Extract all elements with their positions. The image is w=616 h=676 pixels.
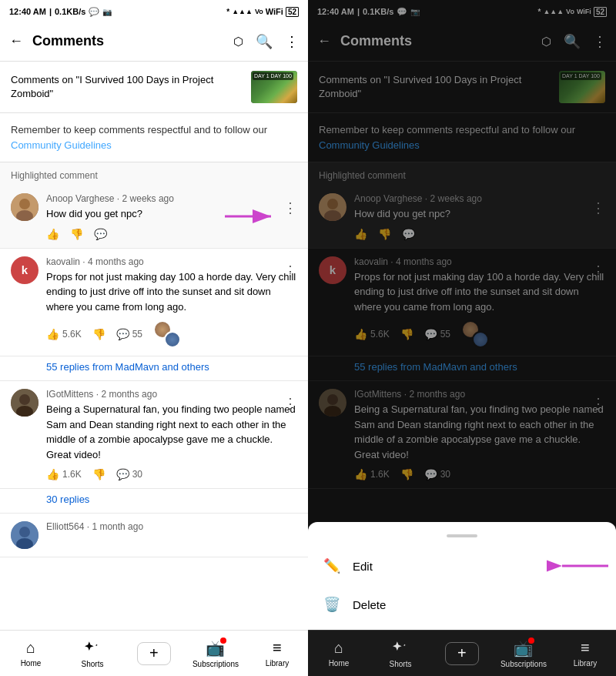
replies-kaovalin-left[interactable]: 55 replies from MadMavn and others: [0, 356, 308, 381]
video-header-left: Comments on "I Survived 100 Days in Proj…: [0, 62, 308, 113]
av2-kaovalin-left: [164, 331, 181, 348]
day-label-left: DAY 1 DAY 100: [253, 72, 293, 80]
comment-meta-kaovalin-left: kaovalin · 4 months ago: [46, 256, 297, 267]
like-btn-kaovalin-left[interactable]: 👍5.6K: [46, 328, 82, 340]
edit-icon: ✏️: [323, 557, 340, 574]
replies-igot-left[interactable]: 30 replies: [0, 489, 308, 514]
time-anoop-left: 2 weeks ago: [122, 193, 174, 204]
like-btn-igot-left[interactable]: 👍1.6K: [46, 468, 82, 480]
library-label-left: Library: [266, 659, 290, 668]
nav-home-right[interactable]: ⌂ Home: [316, 639, 362, 668]
wifi-icon: WiFi: [266, 7, 283, 16]
nav-add-right[interactable]: +: [439, 642, 485, 665]
author-igot-left: IGotMittens: [46, 389, 93, 400]
svg-point-1: [19, 199, 30, 209]
thumb-inner-left: DAY 1 DAY 100: [251, 71, 297, 103]
time-elliott-left: 1 month ago: [92, 521, 143, 532]
shorts-icon-left: [85, 639, 100, 658]
subscriptions-dot-right: [528, 638, 534, 644]
vowifi-icon: Vo: [255, 8, 263, 15]
context-menu-edit[interactable]: ✏️ Edit: [308, 547, 616, 585]
nav-subscriptions-right[interactable]: 📺 Subscriptions: [500, 639, 547, 668]
battery-icon: 52: [286, 7, 299, 17]
data-speed-val-left: 0.1KB/s: [55, 7, 85, 16]
home-label-right: Home: [329, 659, 350, 668]
status-bar-left: 12:40 AM | 0.1KB/s 💬 📷 * ▲▲▲ Vo WiFi 52: [0, 0, 308, 22]
like-btn-anoop-left[interactable]: 👍: [46, 228, 59, 240]
comment-anoop-left: Anoop Varghese · 2 weeks ago How did you…: [0, 186, 308, 249]
comment-body-elliott-left: Elliott564 · 1 month ago: [46, 521, 297, 549]
time-igot-left: 2 months ago: [101, 389, 157, 400]
subscriptions-label-right: Subscriptions: [500, 660, 547, 668]
author-anoop-left: Anoop Varghese: [46, 193, 115, 204]
dislike-btn-kaovalin-left[interactable]: 👎: [92, 328, 105, 340]
whatsapp-icon: 💬: [89, 7, 99, 17]
add-icon-left[interactable]: +: [137, 642, 171, 665]
nav-shorts-left[interactable]: Shorts: [69, 639, 116, 668]
top-icons-left: ⬡ 🔍 ⋮: [233, 33, 299, 50]
avatar-elliott-left: [11, 521, 38, 549]
cast-icon-left[interactable]: ⬡: [233, 35, 243, 49]
delete-icon: 🗑️: [323, 596, 340, 613]
back-button-left[interactable]: ←: [9, 33, 23, 49]
reply-icon-igot-left: 💬: [116, 468, 129, 480]
subscriptions-icon-wrap-left: 📺: [206, 639, 225, 658]
comment-actions-anoop-left: 👍 👎 💬: [46, 228, 297, 240]
bottom-nav-left: ⌂ Home Shorts + 📺 Subscriptions ≡ Librar…: [0, 630, 308, 676]
context-menu-delete[interactable]: 🗑️ Delete: [308, 585, 616, 624]
comment-kaovalin-left: k kaovalin · 4 months ago Props for not …: [0, 249, 308, 357]
reply-count-igot-left[interactable]: 💬30: [116, 468, 142, 480]
home-icon-left: ⌂: [26, 639, 35, 657]
library-label-right: Library: [574, 659, 598, 668]
comment-meta-elliott-left: Elliott564 · 1 month ago: [46, 521, 297, 532]
search-icon-left[interactable]: 🔍: [256, 33, 273, 50]
avatar-igot-left: [11, 389, 38, 417]
nav-library-left[interactable]: ≡ Library: [254, 639, 300, 668]
add-icon-right[interactable]: +: [445, 642, 479, 665]
nav-shorts-right[interactable]: Shorts: [377, 639, 424, 668]
bottom-nav-right: ⌂ Home Shorts + 📺 Subscriptions ≡ Librar…: [308, 630, 616, 676]
nav-add-left[interactable]: +: [131, 642, 177, 665]
comment-igot-left: IGotMittens · 2 months ago Being a Super…: [0, 381, 308, 489]
notification-icon: 📷: [102, 8, 112, 16]
community-guidelines-link-left[interactable]: Community Guidelines: [11, 139, 112, 151]
arrow-annotation-left: [547, 554, 608, 577]
page-title-left: Comments: [32, 33, 233, 49]
top-bar-left: ← Comments ⬡ 🔍 ⋮: [0, 22, 308, 62]
shorts-label-right: Shorts: [390, 660, 412, 668]
more-btn-kaovalin-left[interactable]: ⋮: [280, 259, 300, 283]
comment-text-kaovalin-left: Props for not just making day 100 a hord…: [46, 269, 297, 315]
nav-home-left[interactable]: ⌂ Home: [8, 639, 54, 668]
status-right-left: * ▲▲▲ Vo WiFi 52: [226, 7, 299, 17]
nav-library-right[interactable]: ≡ Library: [562, 639, 608, 668]
like-count-igot-left: 1.6K: [62, 469, 82, 480]
avatar-kaovalin-left: k: [11, 256, 38, 284]
reply-count-val-kaovalin-left: 55: [132, 329, 142, 340]
avatar-anoop-left: [11, 193, 38, 221]
edit-label: Edit: [353, 560, 373, 573]
right-phone-panel: 12:40 AM | 0.1KB/s 💬 📷 * ▲▲▲ Vo WiFi 52 …: [308, 0, 616, 676]
video-title-left: Comments on "I Survived 100 Days in Proj…: [11, 73, 243, 101]
comment-elliott-left: Elliott564 · 1 month ago: [0, 514, 308, 557]
reply-count-kaovalin-left[interactable]: 💬55: [116, 328, 142, 340]
library-icon-right: ≡: [581, 639, 590, 657]
svg-point-9: [19, 527, 30, 537]
subscriptions-label-left: Subscriptions: [192, 660, 239, 668]
scroll-content-left[interactable]: Comments on "I Survived 100 Days in Proj…: [0, 62, 308, 630]
like-icon-igot-left: 👍: [46, 468, 59, 480]
reply-icon-kaovalin-left: 💬: [116, 328, 129, 340]
guidelines-text-left: Remember to keep comments respectful and…: [11, 124, 267, 136]
more-btn-igot-left[interactable]: ⋮: [280, 392, 300, 415]
shorts-icon-right: [393, 639, 408, 658]
more-icon-left[interactable]: ⋮: [285, 33, 299, 50]
subscriptions-dot-left: [220, 638, 226, 644]
time-kaovalin-left: 4 months ago: [88, 256, 144, 267]
nav-subscriptions-left[interactable]: 📺 Subscriptions: [192, 639, 239, 668]
reply-btn-anoop-left[interactable]: 💬: [94, 228, 107, 240]
dislike-btn-anoop-left[interactable]: 👎: [70, 228, 83, 240]
comment-meta-anoop-left: Anoop Varghese · 2 weeks ago: [46, 193, 297, 204]
bluetooth-icon: *: [226, 8, 229, 16]
guidelines-left: Remember to keep comments respectful and…: [0, 113, 308, 162]
dislike-btn-igot-left[interactable]: 👎: [92, 468, 105, 480]
comment-body-igot-left: IGotMittens · 2 months ago Being a Super…: [46, 389, 297, 480]
